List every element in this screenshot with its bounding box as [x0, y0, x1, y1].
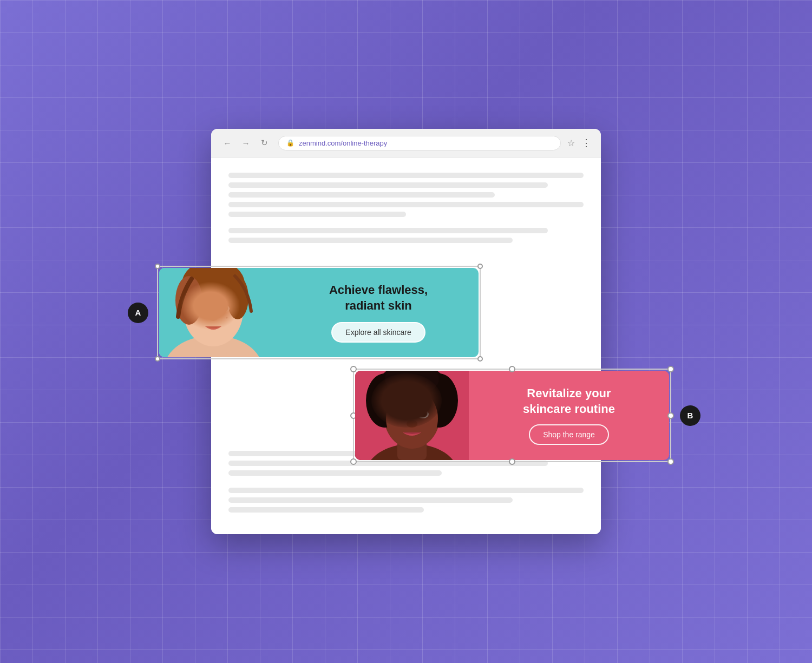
- svg-point-25: [420, 373, 458, 428]
- svg-point-17: [213, 316, 214, 318]
- explore-skincare-button[interactable]: Explore all skincare: [331, 322, 425, 343]
- handle-bm[interactable]: [509, 458, 515, 465]
- handle-tr[interactable]: [667, 366, 674, 372]
- skeleton-line: [228, 192, 495, 198]
- skeleton-line: [228, 212, 406, 217]
- svg-point-11: [202, 306, 205, 310]
- banner-a-selection-box: A: [157, 266, 481, 359]
- svg-point-30: [398, 411, 405, 417]
- svg-point-15: [220, 314, 222, 317]
- browser-window: ← → ↻ 🔒 zenmind.com/online-therapy ☆ ⋮: [211, 129, 601, 534]
- svg-point-27: [386, 389, 438, 448]
- skeleton-line: [228, 470, 442, 476]
- label-a: A: [128, 303, 148, 323]
- svg-point-9: [200, 306, 206, 311]
- banner-b-content: Revitalize your skincare routine Shop th…: [469, 371, 669, 460]
- svg-point-7: [197, 305, 208, 312]
- browser-content: A: [211, 157, 601, 534]
- handle-br[interactable]: [477, 356, 483, 362]
- back-button[interactable]: ←: [220, 135, 235, 150]
- address-bar[interactable]: 🔒 zenmind.com/online-therapy: [278, 136, 561, 150]
- svg-point-29: [417, 410, 429, 418]
- refresh-button[interactable]: ↻: [257, 135, 272, 150]
- banner-a: Achieve flawless, radiant skin Explore a…: [159, 268, 479, 357]
- svg-point-16: [226, 317, 228, 319]
- skeleton-line: [228, 228, 548, 233]
- svg-point-32: [401, 412, 404, 416]
- svg-point-24: [366, 373, 404, 428]
- nav-buttons: ← → ↻: [220, 135, 272, 150]
- handle-tr[interactable]: [477, 264, 483, 269]
- skeleton-line: [228, 238, 513, 243]
- label-b: B: [680, 405, 700, 426]
- svg-point-14: [205, 317, 206, 319]
- svg-point-13: [199, 314, 201, 317]
- handle-mr[interactable]: [667, 412, 674, 419]
- banner-a-container: A: [157, 266, 481, 359]
- spacer: [228, 480, 584, 488]
- handle-br[interactable]: [667, 458, 674, 465]
- svg-point-34: [407, 420, 417, 428]
- banner-b-selection-box: B: [353, 369, 671, 462]
- url-path: online-therapy: [343, 139, 387, 147]
- banner-a-image: [159, 268, 278, 357]
- handle-tm[interactable]: [509, 366, 515, 372]
- skeleton-mid: [228, 228, 584, 243]
- svg-point-6: [227, 276, 248, 319]
- shop-range-button[interactable]: Shop the range: [529, 424, 609, 445]
- bookmark-button[interactable]: ☆: [567, 138, 575, 148]
- banner-b-title: Revitalize your skincare routine: [523, 386, 615, 417]
- lock-icon: 🔒: [286, 139, 294, 147]
- svg-point-8: [219, 305, 230, 312]
- skeleton-top: [228, 173, 584, 217]
- banner-a-content: Achieve flawless, radiant skin Explore a…: [278, 268, 479, 357]
- banner-a-title: Achieve flawless, radiant skin: [329, 283, 428, 313]
- skeleton-line: [228, 202, 584, 207]
- skeleton-line: [228, 497, 513, 503]
- svg-point-26: [385, 371, 439, 395]
- browser-chrome: ← → ↻ 🔒 zenmind.com/online-therapy ☆ ⋮: [211, 129, 601, 157]
- svg-point-28: [395, 410, 407, 418]
- banner-b-container: B: [353, 369, 671, 462]
- banner-b-image: [355, 371, 469, 460]
- url-base: zenmind.com/: [299, 139, 343, 147]
- svg-point-31: [420, 411, 427, 417]
- svg-point-33: [422, 412, 426, 416]
- skeleton-line: [228, 507, 424, 513]
- skeleton-line: [228, 488, 584, 493]
- url-text: zenmind.com/online-therapy: [299, 139, 387, 147]
- svg-point-12: [224, 306, 227, 310]
- skeleton-line: [228, 173, 584, 178]
- banner-b: Revitalize your skincare routine Shop th…: [355, 371, 669, 460]
- skeleton-line: [228, 182, 548, 188]
- menu-button[interactable]: ⋮: [581, 137, 592, 149]
- svg-point-18: [209, 316, 218, 321]
- forward-button[interactable]: →: [238, 135, 253, 150]
- svg-point-10: [221, 306, 228, 311]
